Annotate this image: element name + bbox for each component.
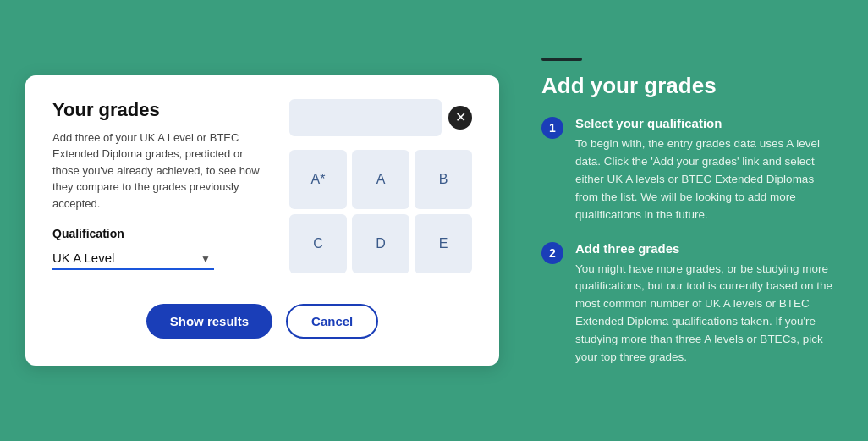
step-2-number-label: 2 <box>549 246 556 260</box>
buttons-row: Show results Cancel <box>52 304 472 339</box>
left-panel: Your grades Add three of your UK A Level… <box>0 58 525 383</box>
card-right: ✕ A* A B C D E <box>289 99 472 273</box>
step-1-content: Select your qualification To begin with,… <box>575 116 838 224</box>
qualification-label: Qualification <box>52 227 272 240</box>
right-panel-title: Add your grades <box>541 73 838 99</box>
close-icon: ✕ <box>455 109 466 125</box>
title-divider <box>541 58 582 61</box>
step-1-number: 1 <box>541 117 563 139</box>
step-1-heading: Select your qualification <box>575 116 838 130</box>
card-left: Your grades Add three of your UK A Level… <box>52 99 272 289</box>
grade-cell-c[interactable]: C <box>289 214 347 273</box>
qualification-select[interactable]: UK A Level BTEC Extended Diploma <box>52 247 214 270</box>
step-2: 2 Add three grades You might have more g… <box>541 241 838 367</box>
step-1-text: To begin with, the entry grades data use… <box>575 135 838 224</box>
grade-cell-e[interactable]: E <box>415 214 472 273</box>
right-panel: Add your grades 1 Select your qualificat… <box>525 37 868 404</box>
close-button[interactable]: ✕ <box>448 106 472 130</box>
grade-grid: A* A B C D E <box>289 150 472 273</box>
step-1-number-label: 1 <box>549 121 556 135</box>
grade-cell-a[interactable]: A <box>352 150 409 209</box>
grade-cell-b[interactable]: B <box>415 150 472 209</box>
qualification-select-wrapper[interactable]: UK A Level BTEC Extended Diploma ▼ <box>52 247 214 270</box>
main-container: Your grades Add three of your UK A Level… <box>0 0 868 441</box>
grade-cell-astar[interactable]: A* <box>289 150 347 209</box>
card-body: Your grades Add three of your UK A Level… <box>52 99 472 289</box>
step-2-heading: Add three grades <box>575 241 838 256</box>
grade-input-row: ✕ <box>289 99 472 136</box>
grade-text-input[interactable] <box>289 99 442 136</box>
grades-card: Your grades Add three of your UK A Level… <box>25 75 499 367</box>
show-results-button[interactable]: Show results <box>146 304 272 339</box>
step-2-number: 2 <box>541 242 563 264</box>
grade-cell-d[interactable]: D <box>352 214 409 273</box>
step-2-text: You might have more grades, or be studyi… <box>575 261 838 367</box>
card-description: Add three of your UK A Level or BTEC Ext… <box>52 130 272 212</box>
step-2-content: Add three grades You might have more gra… <box>575 241 838 367</box>
card-title: Your grades <box>52 99 272 121</box>
step-1: 1 Select your qualification To begin wit… <box>541 116 838 224</box>
cancel-button[interactable]: Cancel <box>286 304 378 339</box>
